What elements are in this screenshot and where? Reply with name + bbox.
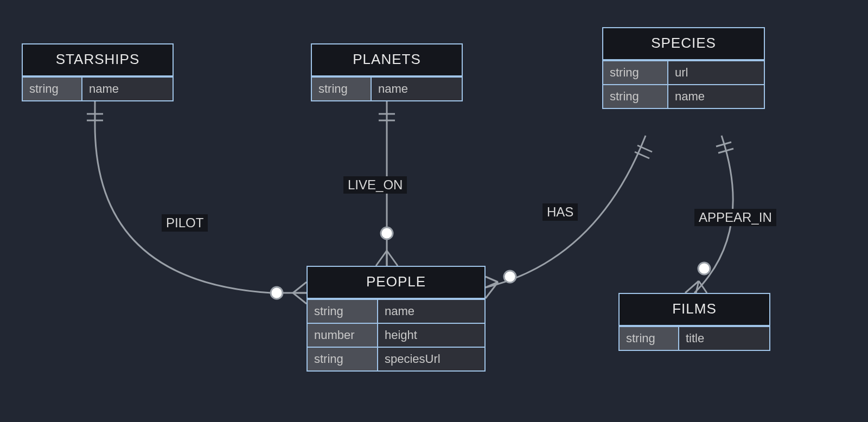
attr-type: number: [308, 324, 378, 347]
attr-name: name: [668, 85, 764, 108]
svg-line-10: [376, 251, 387, 266]
attr-type: string: [603, 85, 668, 108]
entity-species[interactable]: SPECIES string url string name: [602, 27, 765, 109]
svg-line-17: [486, 282, 498, 287]
attr-name: title: [679, 327, 769, 350]
attr-name: url: [668, 61, 764, 84]
relationship-label-appear-in: APPEAR_IN: [694, 209, 776, 226]
svg-point-15: [504, 271, 516, 283]
entity-title: PEOPLE: [308, 267, 484, 299]
svg-line-16: [486, 277, 498, 282]
attr-type: string: [308, 300, 378, 323]
relationship-label-pilot: PILOT: [162, 214, 208, 232]
entity-attr-row: string name: [308, 299, 484, 323]
entity-films[interactable]: FILMS string title: [618, 293, 770, 351]
svg-line-20: [718, 149, 733, 153]
entity-attr-row: string name: [312, 76, 462, 100]
svg-line-12: [387, 251, 398, 266]
entity-people[interactable]: PEOPLE string name number height string …: [307, 266, 486, 372]
entity-title: PLANETS: [312, 44, 462, 76]
attr-name: height: [378, 324, 484, 347]
svg-point-2: [271, 287, 283, 299]
entity-attr-row: string url: [603, 60, 764, 84]
attr-type: string: [308, 348, 378, 370]
svg-line-18: [486, 282, 498, 298]
attr-name: name: [378, 300, 484, 323]
entity-attr-row: string name: [23, 76, 173, 100]
svg-line-22: [685, 281, 699, 293]
attr-type: string: [23, 78, 82, 100]
svg-line-24: [699, 281, 707, 293]
svg-point-21: [698, 263, 710, 274]
entity-title: STARSHIPS: [23, 44, 173, 76]
attr-type: string: [603, 61, 668, 84]
attr-type: string: [620, 327, 679, 350]
svg-line-5: [293, 293, 307, 304]
entity-starships[interactable]: STARSHIPS string name: [22, 43, 174, 101]
attr-name: name: [372, 78, 462, 100]
attr-name: speciesUrl: [378, 348, 484, 370]
svg-line-13: [637, 145, 652, 152]
entity-planets[interactable]: PLANETS string name: [311, 43, 463, 101]
svg-line-19: [716, 142, 731, 146]
attr-name: name: [82, 78, 173, 100]
entity-attr-row: string name: [603, 84, 764, 108]
relationship-label-has: HAS: [542, 203, 578, 221]
entity-title: SPECIES: [603, 28, 764, 60]
entity-title: FILMS: [620, 294, 769, 326]
er-diagram-canvas: PILOT LIVE_ON HAS APPEAR_IN STARSHIPS st…: [0, 0, 868, 422]
attr-type: string: [312, 78, 372, 100]
entity-attr-row: number height: [308, 323, 484, 347]
svg-line-3: [293, 282, 307, 293]
entity-attr-row: string speciesUrl: [308, 347, 484, 370]
svg-line-14: [635, 152, 649, 158]
svg-point-9: [381, 227, 393, 239]
svg-line-23: [696, 281, 699, 293]
relationship-label-live-on: LIVE_ON: [343, 176, 407, 194]
entity-attr-row: string title: [620, 326, 769, 350]
